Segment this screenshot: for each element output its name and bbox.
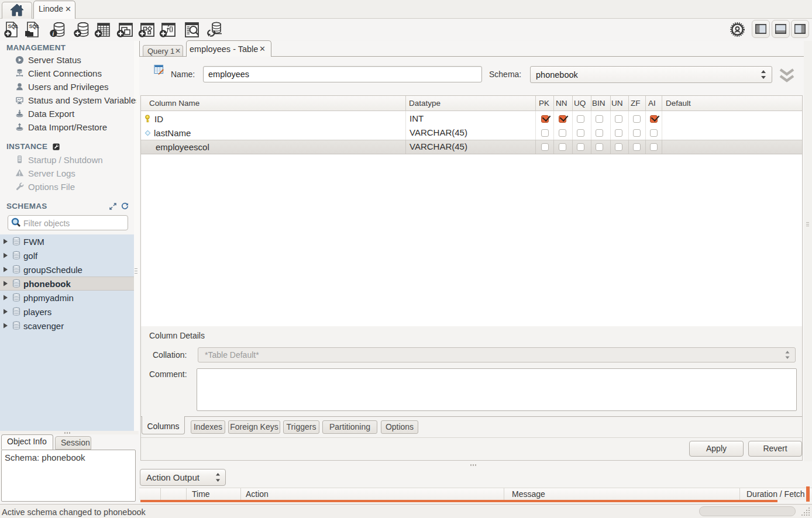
svg-text:i: i	[53, 31, 54, 37]
svg-text:SQL: SQL	[8, 23, 18, 29]
svg-text:SQL: SQL	[29, 23, 39, 29]
